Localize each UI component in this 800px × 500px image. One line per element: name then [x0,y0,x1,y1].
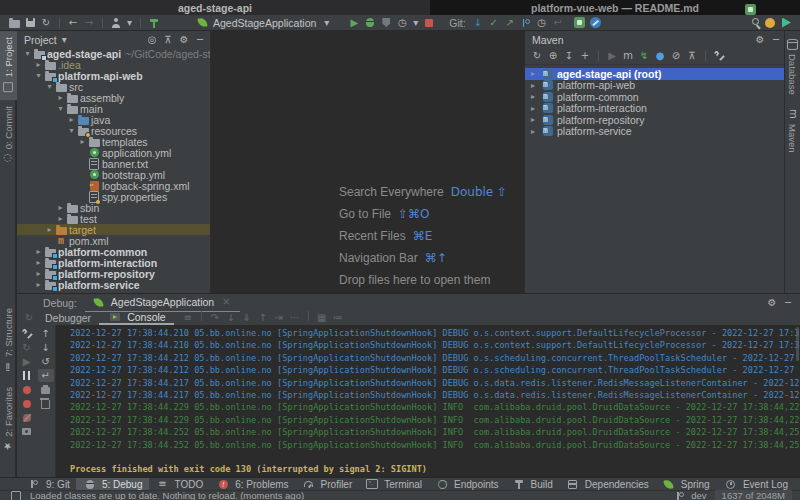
tree-item-java[interactable]: ▸java [17,114,210,125]
save-all-icon[interactable] [22,16,38,30]
tree-expand-arrow[interactable]: ▸ [56,93,65,102]
thread-dump-icon[interactable] [19,425,35,438]
locate-file-icon[interactable]: ◎ [144,33,160,47]
tree-item-platform-common[interactable]: ▸platform-common [17,246,210,257]
tree-item-logback-spring-xml[interactable]: logback-spring.xml [17,180,210,191]
stripe-tab--structure[interactable]: ≔7: Structure [0,302,17,380]
user-dropdown-icon[interactable]: ▾ [124,16,135,30]
collapse-all-icon[interactable]: ⊼ [160,33,176,47]
git-branch-widget[interactable]: dev [672,489,706,500]
tree-expand-arrow[interactable]: ▸ [56,203,65,212]
account-icon[interactable] [762,16,778,30]
generate-sources-icon[interactable]: ⊕ [545,49,561,63]
tree-item-platform-repository[interactable]: ▸platform-repository [17,268,210,279]
tree-expand-arrow[interactable]: ▸ [34,60,43,69]
debug-bug-icon[interactable] [362,16,378,30]
tree-expand-arrow[interactable]: ▾ [56,104,65,113]
tree-expand-arrow[interactable]: ▸ [34,269,43,278]
mute-breakpoints-icon[interactable] [19,411,35,424]
maven-expand-arrow[interactable]: ▸ [531,127,541,136]
toolwindow-button-terminal[interactable]: Terminal [358,478,428,491]
run-configuration-select[interactable]: AgedStageApplication ▾ [190,16,336,30]
tree-expand-arrow[interactable]: ▾ [45,82,54,91]
layout-settings-icon[interactable]: ≡ [180,311,196,325]
coverage-icon[interactable] [378,16,394,30]
tool-windows-icon[interactable] [8,489,24,500]
tree-item-sbin[interactable]: ▸sbin [17,202,210,213]
maven-expand-arrow[interactable]: ▸ [531,115,541,124]
maven-module-platform-service[interactable]: ▸platform-service [525,126,786,138]
editor-area[interactable]: Search EverywhereDouble ⇧Go to File⇧⌘ORe… [211,31,524,293]
tree-expand-arrow[interactable]: ▾ [67,126,76,135]
rerun-icon[interactable]: ↻ [19,341,35,354]
maven-expand-arrow[interactable]: ▸ [531,69,541,78]
back-icon[interactable]: ← [65,16,81,30]
git-history-icon[interactable]: ◷ [534,16,550,30]
maven-settings-icon[interactable] [711,49,727,63]
resume-icon[interactable]: ▶ [19,355,35,368]
stripe-tab--project[interactable]: 1: Project [0,31,17,100]
toolwindow-button-endpoints[interactable]: Endpoints [428,478,504,491]
hide-panel-icon[interactable]: ─ [780,296,796,310]
memory-indicator[interactable]: 1637 of 2048M [715,490,792,500]
maven-expand-arrow[interactable]: ▸ [531,92,541,101]
tree-item-pom-xml[interactable]: pom.xml [17,235,210,246]
toolwindow-button-6-problems[interactable]: 6: Problems [209,478,294,491]
tree-expand-arrow[interactable]: ▸ [34,280,43,289]
skip-tests-icon[interactable]: ⊘ [668,49,684,63]
tree-expand-arrow[interactable]: ▾ [23,49,32,58]
debug-panel-settings-icon[interactable]: ⚙ [764,296,780,310]
stripe-tab-maven[interactable]: mMaven [784,101,800,159]
maven-module-platform-repository[interactable]: ▸platform-repository [525,114,786,126]
force-step-into-icon[interactable]: ⇓ [239,311,255,325]
build-hammer-icon[interactable] [146,16,162,30]
add-maven-config-icon[interactable]: + [577,49,593,63]
console-scrollbar[interactable] [796,327,799,361]
view-options-icon[interactable]: ▦ [314,311,330,325]
tree-item-bootstrap-yml[interactable]: bootstrap.yml [17,169,210,180]
hide-panel-icon[interactable]: ─ [768,33,784,47]
tree-expand-arrow[interactable]: ▸ [45,225,54,234]
offline-mode-icon[interactable]: ● [652,49,668,63]
step-over-icon[interactable]: ↷ [207,311,223,325]
tree-item-platform-interaction[interactable]: ▸platform-interaction [17,257,210,268]
run-to-cursor-icon[interactable]: ⇥ [271,311,287,325]
session-close-icon[interactable]: × [218,295,234,309]
profiler-icon[interactable]: ◷ [394,16,410,30]
debug-session-tab[interactable]: AgedStageApplication × [85,294,240,312]
tree-item-target[interactable]: ▸target [17,224,210,235]
project-settings-icon[interactable]: ⚙ [176,33,192,47]
stripe-tab--favorites[interactable]: ★2: Favorites [0,381,17,460]
tree-item-platform-api-web[interactable]: ▾platform-api-web [17,70,210,81]
toolwindow-button-build[interactable]: Build [505,478,559,491]
tree-item-resources[interactable]: ▾resources [17,125,210,136]
pause-icon[interactable] [19,369,35,382]
toolwindow-button-5-debug[interactable]: 5: Debug [76,478,149,491]
download-sources-icon[interactable]: ↧ [561,49,577,63]
tab-debugger[interactable]: Debugger [37,311,99,325]
run-maven-icon[interactable]: ▶ [604,49,620,63]
debug-restart-icon[interactable]: ↻ [21,311,37,325]
up-stack-icon[interactable]: ↑ [38,327,54,340]
soft-wrap-icon[interactable]: ↵ [38,369,54,382]
tree-expand-arrow[interactable]: ▾ [34,71,43,80]
restore-layout-icon[interactable]: ↺ [38,355,54,368]
open-project-icon[interactable] [6,16,22,30]
maven-module-platform-interaction[interactable]: ▸platform-interaction [525,103,786,115]
tree-item--idea[interactable]: ▸.idea [17,59,210,70]
maven-module-aged-stage-api-root-[interactable]: ▸aged-stage-api (root) [525,68,786,80]
run-config-dropdown-icon[interactable]: ▾ [59,33,70,47]
execute-goal-icon[interactable]: m [620,49,636,63]
tree-expand-arrow[interactable]: ▸ [78,137,87,146]
maven-panel-settings-icon[interactable]: ⚙ [752,33,768,47]
profiler-dropdown-icon[interactable]: ▾ [410,16,421,30]
debug-settings-icon[interactable] [19,327,35,340]
step-out-icon[interactable]: ↑ [255,311,271,325]
step-into-icon[interactable]: ↓ [223,311,239,325]
code-with-me-icon[interactable] [572,16,588,30]
tree-expand-arrow[interactable]: ▸ [34,258,43,267]
toolwindow-button-todo[interactable]: ≡TODO [149,478,210,491]
toolwindow-button-profiler[interactable]: Profiler [295,478,359,491]
tree-expand-arrow[interactable]: ▸ [56,214,65,223]
learn-plugin-icon[interactable] [588,16,604,30]
